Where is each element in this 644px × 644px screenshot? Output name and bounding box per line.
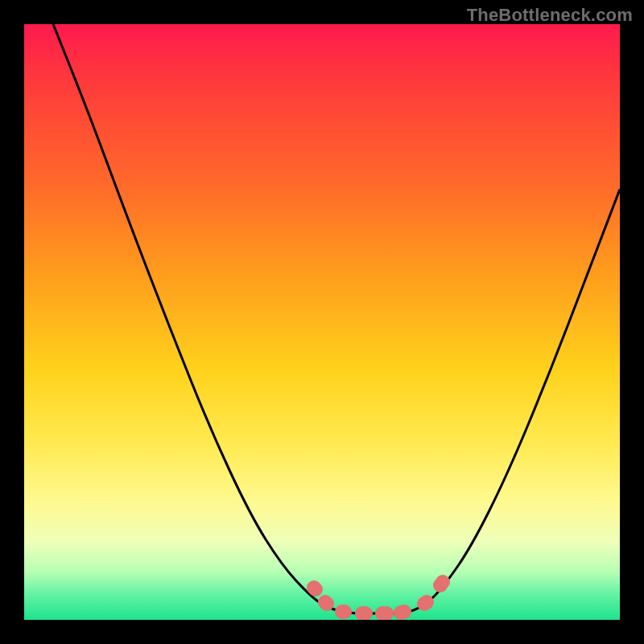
curve-marker [337, 605, 352, 619]
bottleneck-curve [53, 24, 620, 613]
chart-plot-area [24, 24, 620, 620]
chart-frame: TheBottleneck.com [0, 0, 644, 644]
curve-markers [307, 575, 450, 620]
curve-marker [419, 595, 434, 609]
curve-marker [436, 575, 450, 589]
chart-svg [24, 24, 620, 620]
curve-marker [308, 582, 323, 597]
watermark-text: TheBottleneck.com [467, 5, 633, 26]
curve-marker [320, 597, 334, 611]
curve-marker [397, 605, 411, 619]
